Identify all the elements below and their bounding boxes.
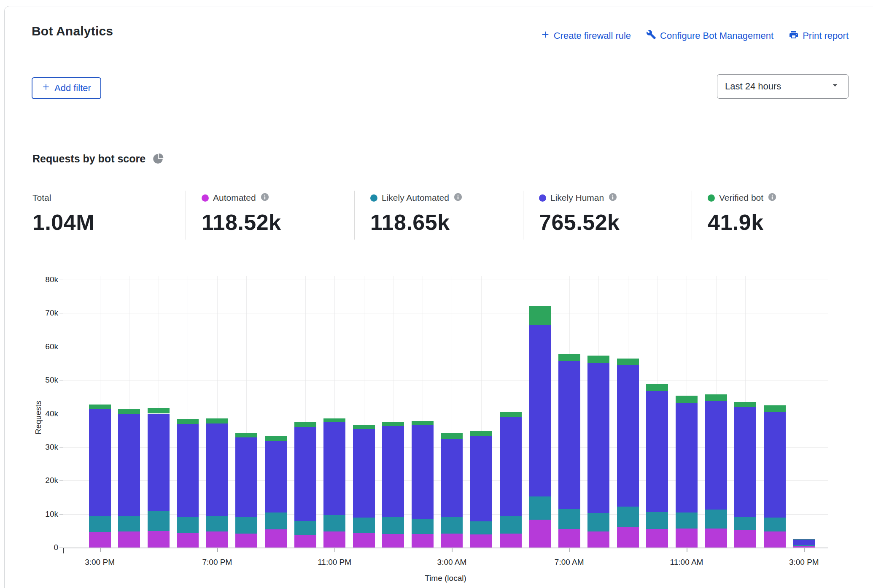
bar-segment-likely-automated[interactable]: [793, 545, 815, 546]
bar-segment-verified-bot[interactable]: [235, 433, 257, 437]
bar-segment-verified-bot[interactable]: [441, 433, 463, 439]
create-firewall-rule-link[interactable]: Create firewall rule: [541, 30, 631, 42]
bar-segment-likely-automated[interactable]: [323, 515, 345, 531]
bar-segment-automated[interactable]: [353, 533, 375, 548]
bar-segment-likely-human[interactable]: [500, 417, 522, 517]
bar-segment-verified-bot[interactable]: [617, 359, 639, 366]
bar-segment-likely-automated[interactable]: [705, 510, 727, 528]
bar-segment-automated[interactable]: [500, 534, 522, 548]
bar-segment-likely-automated[interactable]: [500, 516, 522, 534]
bar-segment-likely-human[interactable]: [265, 441, 287, 512]
bar-segment-verified-bot[interactable]: [118, 409, 140, 414]
bar-segment-verified-bot[interactable]: [500, 412, 522, 416]
add-filter-button[interactable]: Add filter: [32, 77, 101, 99]
bar-segment-likely-human[interactable]: [323, 422, 345, 515]
bar-segment-likely-human[interactable]: [412, 425, 434, 519]
bar-segment-likely-human[interactable]: [89, 409, 111, 516]
bar-segment-verified-bot[interactable]: [323, 418, 345, 423]
bar-segment-automated[interactable]: [118, 531, 140, 548]
bar-segment-likely-automated[interactable]: [676, 512, 698, 528]
info-icon[interactable]: [260, 192, 269, 204]
bar-segment-verified-bot[interactable]: [793, 539, 815, 539]
bar-segment-likely-human[interactable]: [558, 361, 580, 509]
bar-segment-likely-automated[interactable]: [382, 517, 404, 534]
bar-segment-likely-automated[interactable]: [646, 512, 668, 529]
info-icon[interactable]: [608, 192, 617, 204]
bar-segment-likely-automated[interactable]: [617, 507, 639, 527]
bar-segment-likely-automated[interactable]: [235, 517, 257, 534]
bar-segment-likely-human[interactable]: [764, 412, 786, 518]
bar-segment-likely-human[interactable]: [587, 363, 609, 513]
bar-segment-automated[interactable]: [235, 534, 257, 548]
configure-bot-management-link[interactable]: Configure Bot Management: [646, 30, 773, 42]
bar-segment-likely-human[interactable]: [734, 407, 756, 517]
bar-segment-likely-human[interactable]: [529, 325, 551, 496]
bar-segment-likely-automated[interactable]: [587, 513, 609, 531]
bar-segment-verified-bot[interactable]: [705, 394, 727, 401]
bar-segment-automated[interactable]: [558, 529, 580, 548]
bar-segment-likely-automated[interactable]: [470, 521, 492, 534]
bar-segment-likely-human[interactable]: [294, 427, 316, 521]
bar-segment-automated[interactable]: [587, 531, 609, 548]
bar-segment-likely-automated[interactable]: [529, 496, 551, 520]
bar-segment-automated[interactable]: [705, 529, 727, 548]
bar-segment-automated[interactable]: [382, 534, 404, 548]
bar-segment-verified-bot[interactable]: [177, 419, 199, 424]
bar-segment-likely-automated[interactable]: [294, 521, 316, 535]
info-icon[interactable]: [453, 192, 463, 204]
bar-segment-likely-automated[interactable]: [206, 516, 228, 531]
bar-segment-likely-automated[interactable]: [89, 516, 111, 532]
bar-segment-verified-bot[interactable]: [382, 422, 404, 426]
bar-segment-likely-human[interactable]: [646, 391, 668, 512]
bar-segment-automated[interactable]: [529, 520, 551, 548]
bar-segment-verified-bot[interactable]: [764, 405, 786, 412]
bar-segment-likely-automated[interactable]: [177, 517, 199, 533]
bar-segment-likely-automated[interactable]: [734, 517, 756, 530]
bar-segment-verified-bot[interactable]: [294, 422, 316, 427]
bar-segment-automated[interactable]: [265, 529, 287, 548]
bar-segment-automated[interactable]: [323, 531, 345, 548]
bar-segment-likely-human[interactable]: [206, 423, 228, 517]
bar-segment-verified-bot[interactable]: [148, 408, 170, 413]
bar-segment-likely-human[interactable]: [470, 436, 492, 521]
bar-segment-likely-human[interactable]: [441, 439, 463, 517]
bar-segment-verified-bot[interactable]: [470, 431, 492, 436]
bar-segment-likely-human[interactable]: [617, 365, 639, 507]
bar-segment-automated[interactable]: [617, 527, 639, 548]
bar-segment-automated[interactable]: [148, 531, 170, 548]
bar-segment-automated[interactable]: [177, 533, 199, 548]
bar-segment-likely-human[interactable]: [235, 437, 257, 517]
bar-segment-likely-human[interactable]: [118, 414, 140, 516]
bar-segment-likely-human[interactable]: [353, 429, 375, 518]
bar-segment-likely-human[interactable]: [793, 539, 815, 545]
bar-segment-likely-automated[interactable]: [558, 509, 580, 529]
bar-segment-likely-human[interactable]: [148, 414, 170, 511]
bar-segment-verified-bot[interactable]: [89, 405, 111, 409]
bar-segment-automated[interactable]: [793, 546, 815, 548]
bar-segment-verified-bot[interactable]: [529, 306, 551, 325]
bar-segment-likely-automated[interactable]: [148, 511, 170, 531]
bar-segment-likely-human[interactable]: [382, 426, 404, 517]
bar-segment-likely-automated[interactable]: [412, 519, 434, 534]
bar-segment-automated[interactable]: [441, 534, 463, 548]
bar-segment-likely-automated[interactable]: [353, 518, 375, 533]
bar-segment-verified-bot[interactable]: [734, 402, 756, 407]
bar-segment-automated[interactable]: [676, 529, 698, 548]
bar-segment-automated[interactable]: [470, 534, 492, 548]
bar-segment-automated[interactable]: [412, 534, 434, 548]
bar-segment-verified-bot[interactable]: [587, 356, 609, 363]
bar-segment-automated[interactable]: [734, 530, 756, 548]
info-icon[interactable]: [768, 192, 777, 204]
bar-segment-likely-human[interactable]: [676, 403, 698, 512]
bar-segment-likely-automated[interactable]: [764, 518, 786, 531]
bar-segment-verified-bot[interactable]: [676, 396, 698, 403]
bar-segment-automated[interactable]: [89, 532, 111, 548]
bar-segment-likely-human[interactable]: [705, 401, 727, 510]
bar-segment-likely-automated[interactable]: [118, 516, 140, 531]
bar-segment-verified-bot[interactable]: [206, 418, 228, 423]
bar-segment-likely-automated[interactable]: [265, 512, 287, 529]
bar-segment-automated[interactable]: [206, 531, 228, 548]
bar-segment-verified-bot[interactable]: [558, 354, 580, 361]
bar-segment-verified-bot[interactable]: [265, 436, 287, 441]
bar-segment-verified-bot[interactable]: [412, 421, 434, 425]
